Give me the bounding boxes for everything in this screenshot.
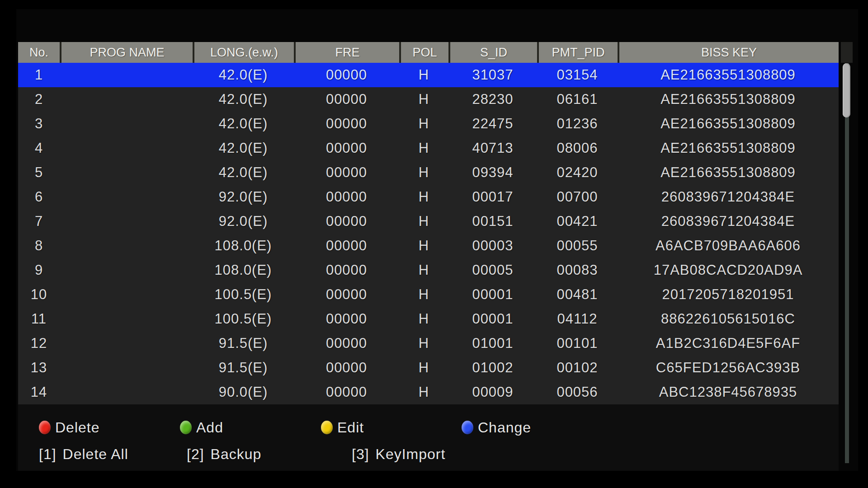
cell-no: 1: [18, 67, 60, 83]
cell-biss-key: AE21663551308809: [618, 67, 839, 83]
shortcut-label: Delete All: [63, 446, 128, 463]
cell-pmt-pid: 00700: [537, 189, 618, 205]
cell-long: 91.5(E): [193, 360, 294, 376]
cell-pol: H: [399, 91, 448, 108]
cell-fre: 00000: [294, 311, 399, 327]
shortcut-keyimport[interactable]: [3]KeyImport: [352, 444, 445, 464]
yellow-function-button[interactable]: Edit: [321, 418, 364, 437]
cell-biss-key: AE21663551308809: [618, 91, 839, 108]
table-body: 142.0(E)00000H3103703154AE21663551308809…: [18, 63, 839, 404]
function-button-label: Delete: [55, 419, 100, 436]
table-row[interactable]: 692.0(E)00000H0001700700260839671204384E: [18, 185, 839, 209]
cell-no: 6: [18, 189, 60, 205]
cell-pol: H: [399, 116, 448, 132]
cell-biss-key: 886226105615016C: [618, 311, 839, 327]
table-row[interactable]: 1291.5(E)00000H0100100101A1B2C316D4E5F6A…: [18, 331, 839, 356]
cell-long: 42.0(E): [193, 91, 294, 108]
cell-biss-key: A6ACB709BAA6A606: [618, 238, 839, 254]
column-header-biss-key: BISS KEY: [618, 42, 839, 63]
table-row[interactable]: 342.0(E)00000H2247501236AE21663551308809: [18, 112, 839, 136]
table-row[interactable]: 9108.0(E)00000H000050008317AB08CACD20AD9…: [18, 258, 839, 282]
cell-biss-key: C65FED1256AC393B: [618, 360, 839, 376]
blue-dot-icon: [462, 421, 473, 434]
cell-long: 91.5(E): [193, 335, 294, 352]
cell-pmt-pid: 03154: [537, 67, 618, 83]
shortcut-label: KeyImport: [376, 446, 446, 463]
column-header-pol: POL: [399, 42, 448, 63]
cell-pmt-pid: 04112: [537, 311, 618, 327]
cell-no: 3: [18, 116, 60, 132]
cell-pmt-pid: 01236: [537, 116, 618, 132]
cell-long: 42.0(E): [193, 67, 294, 83]
table-row[interactable]: 792.0(E)00000H0015100421260839671204384E: [18, 209, 839, 234]
blue-function-button[interactable]: Change: [462, 418, 531, 437]
cell-no: 12: [18, 335, 60, 352]
cell-pol: H: [399, 238, 448, 254]
table-row-selected[interactable]: 142.0(E)00000H3103703154AE21663551308809: [18, 63, 839, 87]
cell-biss-key: ABC1238F45678935: [618, 384, 839, 400]
cell-no: 13: [18, 360, 60, 376]
cell-long: 92.0(E): [193, 213, 294, 230]
color-buttons-row: DeleteAddEditChange: [18, 418, 839, 437]
cell-pol: H: [399, 311, 448, 327]
cell-fre: 00000: [294, 140, 399, 156]
column-header-prog-name: PROG NAME: [60, 42, 193, 63]
cell-fre: 00000: [294, 213, 399, 230]
cell-no: 7: [18, 213, 60, 230]
cell-pol: H: [399, 384, 448, 400]
cell-no: 2: [18, 91, 60, 108]
red-function-button[interactable]: Delete: [39, 418, 100, 437]
cell-long: 100.5(E): [193, 286, 294, 303]
cell-pol: H: [399, 189, 448, 205]
table-row[interactable]: 442.0(E)00000H4071308006AE21663551308809: [18, 136, 839, 160]
cell-pmt-pid: 08006: [537, 140, 618, 156]
cell-s-id: 00005: [448, 262, 537, 278]
green-function-button[interactable]: Add: [180, 418, 223, 437]
scrollbar-track[interactable]: [845, 63, 849, 463]
table-row[interactable]: 11100.5(E)00000H000010411288622610561501…: [18, 307, 839, 331]
cell-s-id: 31037: [448, 67, 537, 83]
cell-biss-key: 260839671204384E: [618, 213, 839, 230]
cell-pmt-pid: 00083: [537, 262, 618, 278]
cell-s-id: 09394: [448, 164, 537, 181]
shortcut-key: [1]: [39, 446, 57, 463]
cell-no: 8: [18, 238, 60, 254]
number-shortcuts-row: [1]Delete All[2]Backup[3]KeyImport: [18, 444, 839, 464]
cell-pol: H: [399, 286, 448, 303]
cell-pmt-pid: 06161: [537, 91, 618, 108]
cell-pmt-pid: 00101: [537, 335, 618, 352]
cell-pol: H: [399, 140, 448, 156]
shortcut-backup[interactable]: [2]Backup: [187, 444, 261, 464]
cell-pol: H: [399, 67, 448, 83]
cell-fre: 00000: [294, 67, 399, 83]
cell-no: 4: [18, 140, 60, 156]
cell-long: 100.5(E): [193, 311, 294, 327]
cell-biss-key: 17AB08CACD20AD9A: [618, 262, 839, 278]
cell-pol: H: [399, 262, 448, 278]
cell-s-id: 00017: [448, 189, 537, 205]
function-button-label: Change: [478, 419, 531, 436]
cell-s-id: 00001: [448, 286, 537, 303]
table-row[interactable]: 1490.0(E)00000H0000900056ABC1238F4567893…: [18, 380, 839, 404]
table-row[interactable]: 242.0(E)00000H2823006161AE21663551308809: [18, 87, 839, 112]
biss-key-table: No.PROG NAMELONG.(e.w.)FREPOLS_IDPMT_PID…: [18, 42, 839, 404]
column-header-s-id: S_ID: [448, 42, 537, 63]
cell-s-id: 22475: [448, 116, 537, 132]
shortcut-label: Backup: [211, 446, 262, 463]
cell-long: 42.0(E): [193, 116, 294, 132]
cell-s-id: 01002: [448, 360, 537, 376]
cell-fre: 00000: [294, 164, 399, 181]
cell-fre: 00000: [294, 91, 399, 108]
function-bar: DeleteAddEditChange [1]Delete All[2]Back…: [18, 404, 839, 471]
cell-no: 10: [18, 286, 60, 303]
column-header-no: No.: [18, 42, 60, 63]
scrollbar-thumb[interactable]: [843, 63, 850, 117]
cell-pmt-pid: 00055: [537, 238, 618, 254]
shortcut-delete-all[interactable]: [1]Delete All: [39, 444, 128, 464]
cell-fre: 00000: [294, 189, 399, 205]
table-row[interactable]: 10100.5(E)00000H000010048120172057182019…: [18, 282, 839, 307]
table-header-row: No.PROG NAMELONG.(e.w.)FREPOLS_IDPMT_PID…: [18, 42, 839, 63]
table-row[interactable]: 8108.0(E)00000H0000300055A6ACB709BAA6A60…: [18, 234, 839, 258]
table-row[interactable]: 1391.5(E)00000H0100200102C65FED1256AC393…: [18, 356, 839, 380]
table-row[interactable]: 542.0(E)00000H0939402420AE21663551308809: [18, 160, 839, 185]
